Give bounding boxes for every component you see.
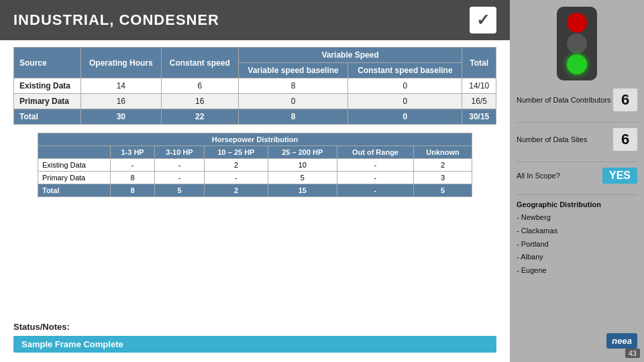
hp-row-existing-0: -: [111, 159, 155, 172]
divider-3: [517, 194, 637, 195]
content-area: Source Operating Hours Constant speed Va…: [0, 40, 510, 319]
row-existing-data-cs: 6: [161, 78, 238, 94]
neea-logo: neea: [606, 333, 637, 349]
col-header-source: Source: [14, 48, 81, 78]
num-contributors-value: 6: [613, 88, 637, 111]
num-sites-box: Number of Data Sites 6: [517, 128, 637, 151]
main-data-table: Source Operating Hours Constant speed Va…: [13, 47, 496, 125]
geo-distribution-list: Newberg Clackamas Portland Albany Eugene: [517, 211, 557, 278]
hp-row-total-0: 8: [111, 184, 155, 197]
col-header-variable-speed: Variable Speed: [238, 48, 462, 63]
main-container: INDUSTRIAL, CONDESNER ✓ Source Operating…: [0, 0, 644, 362]
hp-row-primary-2: -: [205, 172, 268, 184]
left-panel: INDUSTRIAL, CONDESNER ✓ Source Operating…: [0, 0, 510, 362]
hp-row-existing-5: 2: [414, 159, 472, 172]
list-item: Clackamas: [517, 225, 557, 238]
list-item: Eugene: [517, 264, 557, 278]
row-total-hours: 30: [80, 109, 161, 125]
hp-row-primary-4: -: [337, 172, 413, 184]
row-total-total: 30/15: [462, 109, 496, 125]
hp-row-total-4: -: [337, 184, 413, 197]
checkmark-icon: ✓: [470, 7, 496, 34]
sample-frame-bar: Sample Frame Complete: [13, 336, 496, 353]
col-header-constant-speed-baseline: Constant speed baseline: [348, 63, 462, 78]
hp-row-existing-label: Existing Data: [38, 159, 111, 172]
row-primary-data-source: Primary Data: [14, 94, 81, 109]
col-header-operating-hours: Operating Hours: [80, 48, 161, 78]
traffic-light-yellow: [567, 34, 587, 54]
traffic-light-green: [567, 54, 587, 74]
hp-col-3-10: 3-10 HP: [154, 146, 204, 159]
divider-2: [517, 162, 637, 162]
hp-row-total-5: 5: [414, 184, 472, 197]
hp-col-unknown: Unknown: [414, 146, 472, 159]
page-number: 43: [625, 349, 640, 358]
row-primary-data-vsb: 0: [238, 94, 348, 109]
table-row: Primary Data 8 - - 5 - 3: [38, 172, 472, 184]
row-existing-data-total: 14/10: [462, 78, 496, 94]
row-total-csb: 0: [348, 109, 462, 125]
hp-row-total-label: Total: [38, 184, 111, 197]
hp-row-existing-1: -: [154, 159, 204, 172]
col-header-variable-speed-baseline: Variable speed baseline: [238, 63, 348, 78]
traffic-light-icon: [557, 7, 597, 80]
col-header-total: Total: [462, 48, 496, 78]
hp-distribution-table: Horsepower Distribution 1-3 HP 3-10 HP 1…: [38, 133, 472, 197]
hp-col-25-200: 25 – 200 HP: [268, 146, 337, 159]
table-row-total: Total 30 22 8 0 30/15: [14, 109, 496, 125]
row-existing-data-csb: 0: [348, 78, 462, 94]
row-primary-data-cs: 16: [161, 94, 238, 109]
hp-row-existing-2: 2: [205, 159, 268, 172]
divider-1: [517, 122, 637, 123]
hp-row-existing-4: -: [337, 159, 413, 172]
all-in-scope-value: YES: [602, 168, 637, 184]
row-total-cs: 22: [161, 109, 238, 125]
num-sites-label: Number of Data Sites: [517, 135, 613, 144]
hp-row-total-3: 15: [268, 184, 337, 197]
table-row-total: Total 8 5 2 15 - 5: [38, 184, 472, 197]
hp-col-10-25: 10 – 25 HP: [205, 146, 268, 159]
hp-row-primary-1: -: [154, 172, 204, 184]
table-row: Existing Data - - 2 10 - 2: [38, 159, 472, 172]
num-contributors-label: Number of Data Contributors: [517, 95, 613, 105]
row-total-source: Total: [14, 109, 81, 125]
header: INDUSTRIAL, CONDESNER ✓: [0, 0, 510, 40]
table-row: Primary Data 16 16 0 0 16/5: [14, 94, 496, 109]
hp-row-existing-3: 10: [268, 159, 337, 172]
list-item: Newberg: [517, 211, 557, 225]
right-panel: Number of Data Contributors 6 Number of …: [510, 0, 644, 362]
hp-row-primary-5: 3: [414, 172, 472, 184]
hp-row-primary-0: 8: [111, 172, 155, 184]
list-item: Portland: [517, 238, 557, 251]
hp-col-out-range: Out of Range: [337, 146, 413, 159]
col-header-constant-speed: Constant speed: [161, 48, 238, 78]
row-existing-data-vsb: 8: [238, 78, 348, 94]
hp-col-1-3: 1-3 HP: [111, 146, 155, 159]
hp-table-title: Horsepower Distribution: [38, 133, 472, 146]
all-in-scope-label: All In Scope?: [517, 172, 560, 180]
status-notes-heading: Status/Notes:: [0, 319, 510, 333]
num-sites-value: 6: [613, 128, 637, 151]
row-primary-data-csb: 0: [348, 94, 462, 109]
row-total-vsb: 8: [238, 109, 348, 125]
geo-distribution-label: Geographic Distribution: [517, 200, 601, 208]
row-existing-data-source: Existing Data: [14, 78, 81, 94]
row-existing-data-hours: 14: [80, 78, 161, 94]
row-primary-data-hours: 16: [80, 94, 161, 109]
row-primary-data-total: 16/5: [462, 94, 496, 109]
page-title: INDUSTRIAL, CONDESNER: [13, 11, 219, 29]
hp-row-total-2: 2: [205, 184, 268, 197]
table-row: Existing Data 14 6 8 0 14/10: [14, 78, 496, 94]
all-in-scope-box: All In Scope? YES: [517, 168, 637, 184]
list-item: Albany: [517, 251, 557, 264]
hp-row-primary-3: 5: [268, 172, 337, 184]
traffic-light-red: [567, 13, 587, 33]
hp-row-total-1: 5: [154, 184, 204, 197]
hp-col-label: [38, 146, 111, 159]
num-contributors-box: Number of Data Contributors 6: [517, 88, 637, 111]
hp-row-primary-label: Primary Data: [38, 172, 111, 184]
